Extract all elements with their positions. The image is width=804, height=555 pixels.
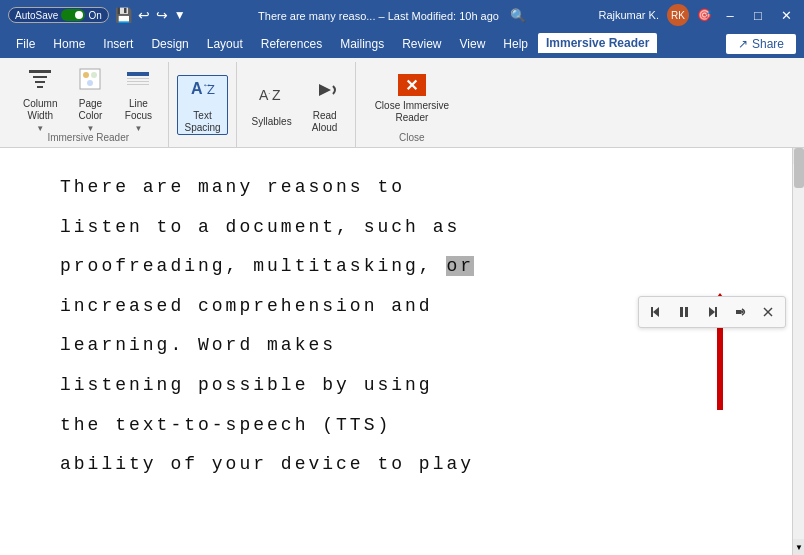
text-line-8: ability of your device to play [60,445,744,485]
close-group-label: Close [399,132,425,147]
menu-view[interactable]: View [452,34,494,54]
svg-rect-0 [29,70,51,73]
ribbon-group-spacing: A ↔ Z TextSpacing [169,62,236,147]
menu-review[interactable]: Review [394,34,449,54]
ribbon-group-btns-immersive: ColumnWidth ▼ PageColor ▼ [16,62,160,132]
line-focus-button[interactable]: LineFocus ▼ [116,69,160,129]
column-width-dropdown[interactable]: ▼ [36,124,44,133]
vertical-scrollbar[interactable]: ▲ ▼ [792,148,804,555]
customize-icon[interactable]: ▼ [174,8,186,22]
svg-marker-18 [319,84,331,96]
menu-home[interactable]: Home [45,34,93,54]
ra-next-button[interactable] [699,299,725,325]
svg-point-5 [83,72,89,78]
menu-immersive-reader[interactable]: Immersive Reader [538,33,657,55]
menu-help[interactable]: Help [495,34,536,54]
text-line-7: the text-to-speech (TTS) [60,406,744,446]
minimize-button[interactable]: – [720,5,740,25]
text-spacing-button[interactable]: A ↔ Z TextSpacing [177,75,227,135]
syllables-icon: A · Z [258,82,286,114]
close-immersive-reader-button[interactable]: ✕ Close ImmersiveReader [364,69,460,129]
title-text: There are many reaso... – Last Modified:… [258,10,499,22]
svg-point-6 [91,72,97,78]
ribbon-toggle[interactable]: 🎯 [697,8,712,22]
text-line-6: listening possible by using [60,366,744,406]
text-spacing-icon: A ↔ Z [189,76,217,108]
undo-icon[interactable]: ↩ [138,7,150,23]
main-area: There are many reasons to listen to a do… [0,148,804,555]
svg-rect-9 [127,78,149,79]
svg-rect-2 [35,81,45,83]
share-icon: ↗ [738,37,748,51]
svg-marker-25 [736,310,741,314]
ra-close-button[interactable] [755,299,781,325]
highlighted-word: or [446,256,474,276]
svg-text:·: · [268,88,271,98]
svg-marker-23 [709,307,715,317]
svg-rect-22 [685,307,688,317]
line-focus-dropdown[interactable]: ▼ [135,124,143,133]
title-bar-left: AutoSave On 💾 ↩ ↪ ▼ [8,7,186,23]
svg-rect-10 [127,81,149,82]
avatar: RK [667,4,689,26]
menu-bar: File Home Insert Design Layout Reference… [0,30,804,58]
text-line-5: learning. Word makes [60,326,744,366]
svg-text:Z: Z [272,87,281,103]
column-width-button[interactable]: ColumnWidth ▼ [16,69,64,129]
redo-icon[interactable]: ↪ [156,7,168,23]
ribbon-group-btns-spacing: A ↔ Z TextSpacing [177,62,227,143]
text-line-3: proofreading, multitasking, or [60,247,744,287]
ribbon-group-btns-tools: A · Z Syllables ReadAloud [245,62,347,143]
syllables-button[interactable]: A · Z Syllables [245,75,299,135]
svg-point-7 [87,80,93,86]
svg-marker-19 [653,307,659,317]
menu-layout[interactable]: Layout [199,34,251,54]
ra-voice-settings-button[interactable] [727,299,753,325]
svg-rect-1 [33,76,47,78]
document-title: There are many reaso... – Last Modified:… [186,8,599,23]
menu-references[interactable]: References [253,34,330,54]
read-aloud-toolbar [638,296,786,328]
text-line-1: There are many reasons to [60,168,744,208]
scroll-thumb[interactable] [794,148,804,188]
read-aloud-icon [311,76,339,108]
column-width-icon [27,66,53,96]
svg-rect-11 [127,84,149,85]
ra-prev-button[interactable] [643,299,669,325]
scroll-down-button[interactable]: ▼ [793,539,804,555]
menu-file[interactable]: File [8,34,43,54]
read-aloud-button[interactable]: ReadAloud [303,75,347,135]
restore-button[interactable]: □ [748,5,768,25]
menu-design[interactable]: Design [143,34,196,54]
page-color-label: PageColor [79,98,103,122]
syllables-label: Syllables [252,116,292,128]
share-button[interactable]: ↗ Share [726,34,796,54]
autosave-badge: AutoSave On [8,7,109,23]
text-line-2: listen to a document, such as [60,208,744,248]
menu-insert[interactable]: Insert [95,34,141,54]
save-icon[interactable]: 💾 [115,7,132,23]
ribbon: ColumnWidth ▼ PageColor ▼ [0,58,804,148]
ra-pause-button[interactable] [671,299,697,325]
immersive-reader-group-label: Immersive Reader [47,132,129,147]
line-focus-label: LineFocus [125,98,152,122]
svg-rect-3 [37,86,43,88]
title-bar-right: Rajkumar K. RK 🎯 – □ ✕ [598,4,796,26]
page-color-button[interactable]: PageColor ▼ [68,69,112,129]
page-color-icon [77,66,103,96]
close-immersive-label: Close ImmersiveReader [375,100,449,124]
line-focus-icon [125,66,151,96]
column-width-label: ColumnWidth [23,98,57,122]
svg-rect-20 [651,307,653,317]
close-window-button[interactable]: ✕ [776,5,796,25]
arrow-shaft [717,315,723,410]
search-icon[interactable]: 🔍 [510,8,526,23]
menu-mailings[interactable]: Mailings [332,34,392,54]
autosave-toggle[interactable] [61,9,85,21]
document-content-area: There are many reasons to listen to a do… [0,148,804,555]
svg-text:Z: Z [207,82,215,97]
ribbon-group-tools: A · Z Syllables ReadAloud [237,62,356,147]
ribbon-group-btns-close: ✕ Close ImmersiveReader [364,62,460,132]
svg-rect-8 [127,72,149,76]
ribbon-group-close: ✕ Close ImmersiveReader Close [356,62,468,147]
